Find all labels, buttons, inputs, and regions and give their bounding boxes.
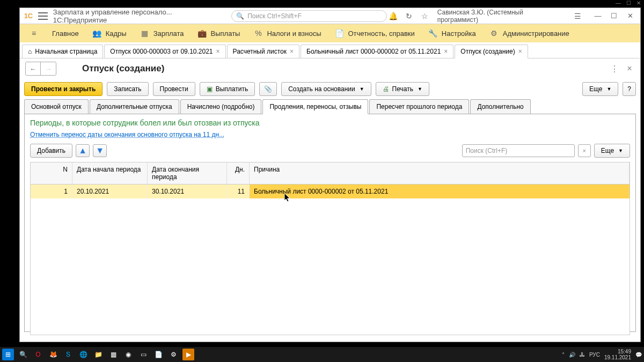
tab-content: Периоды, в которые сотрудник болел или б… — [24, 114, 636, 332]
more-button[interactable]: Еще▼ — [582, 82, 618, 96]
add-button[interactable]: Добавить — [30, 144, 72, 158]
cancel-transfer-link[interactable]: Отменить перенос даты окончания основног… — [30, 131, 224, 138]
forward-button[interactable]: → — [41, 62, 56, 75]
tab-vacation-1[interactable]: Отпуск 0000-000003 от 09.10.2021× — [104, 45, 225, 58]
nav-salary[interactable]: ▦Зарплата — [134, 24, 191, 42]
tab-main-vacation[interactable]: Основной отпуск — [24, 99, 89, 114]
user-label[interactable]: Савинская З.Ю. (Системный программист) — [435, 9, 567, 24]
clear-search-button[interactable]: × — [578, 144, 591, 157]
nav-taxes[interactable]: %Налоги и взносы — [247, 24, 327, 42]
close-page-icon[interactable]: × — [624, 63, 635, 74]
app-icon[interactable]: ▭ — [137, 349, 149, 360]
sound-icon[interactable]: 🔊 — [569, 352, 575, 358]
tab-sickleave[interactable]: Больничный лист 0000-000002 от 05.11.202… — [301, 45, 453, 58]
tab-extensions[interactable]: Продления, переносы, отзывы — [262, 99, 368, 114]
search-taskbar-icon[interactable]: 🔍 — [17, 349, 29, 360]
table-row[interactable]: 1 20.10.2021 30.10.2021 11 Больничный ли… — [31, 184, 630, 198]
lang-indicator[interactable]: РУС — [589, 352, 600, 358]
os-maximize-icon[interactable]: ☐ — [626, 0, 631, 6]
tab-extra[interactable]: Дополнительно — [470, 99, 530, 114]
network-icon[interactable]: 🖧 — [580, 352, 585, 358]
app-icon[interactable]: ▶ — [182, 349, 194, 360]
app-icon[interactable]: ▦ — [107, 349, 119, 360]
table-search-input[interactable]: Поиск (Ctrl+F) — [462, 144, 575, 157]
tab-vacation-create[interactable]: Отпуск (создание)× — [455, 45, 528, 58]
close-icon[interactable]: × — [444, 48, 448, 55]
main-nav: ≡ Главное 👥Кадры ▦Зарплата 💼Выплаты %Нал… — [20, 24, 640, 42]
move-up-button[interactable]: ▲ — [76, 144, 90, 157]
print-button[interactable]: 🖨Печать▼ — [376, 82, 429, 96]
attach-button[interactable]: 📎 — [259, 82, 277, 96]
back-button[interactable]: ← — [26, 62, 41, 75]
app-logo-icon: 1C — [22, 10, 35, 23]
skype-icon[interactable]: S — [62, 349, 74, 360]
more-menu-icon[interactable]: ⋮ — [609, 63, 620, 74]
close-icon[interactable]: × — [290, 48, 294, 55]
tray-up-icon[interactable]: ˄ — [562, 352, 565, 358]
nav-hr[interactable]: 👥Кадры — [86, 24, 133, 42]
opera-icon[interactable]: O — [32, 349, 44, 360]
create-based-button[interactable]: Создать на основании▼ — [281, 82, 371, 96]
periods-table: N Дата начала периода Дата окончания пер… — [30, 162, 630, 335]
notifications-icon[interactable]: 💬 — [635, 352, 642, 358]
bell-icon[interactable]: 🔔 — [387, 10, 399, 22]
taskbar: ⊞ 🔍 O 🦊 S 🌐 📁 ▦ ◉ ▭ 📄 ⚙ ▶ ˄ 🔊 🖧 РУС 15:4… — [0, 347, 644, 362]
menu-icon[interactable] — [38, 12, 48, 20]
page-title: Отпуск (создание) — [82, 63, 164, 74]
firefox-icon[interactable]: 🦊 — [47, 349, 59, 360]
close-icon[interactable]: × — [518, 48, 522, 55]
nav-main[interactable]: Главное — [46, 24, 85, 42]
close-icon[interactable]: × — [216, 48, 220, 55]
search-icon: 🔍 — [236, 12, 244, 20]
tab-payslip[interactable]: Расчетный листок× — [227, 45, 299, 58]
save-button[interactable]: Записать — [107, 82, 148, 96]
page-header: ← → Отпуск (создание) ⋮ × — [20, 58, 640, 79]
nav-admin[interactable]: ⚙Администрирование — [484, 24, 576, 42]
chrome-icon[interactable]: 🌐 — [77, 349, 89, 360]
nav-hamburger[interactable]: ≡ — [23, 24, 45, 42]
history-icon[interactable]: ↻ — [403, 10, 415, 22]
nav-payments[interactable]: 💼Выплаты — [192, 24, 247, 42]
section-title: Периоды, в которые сотрудник болел или б… — [30, 119, 630, 127]
nav-reports[interactable]: 📄Отчетность, справки — [329, 24, 421, 42]
app-icon[interactable]: ⚙ — [167, 349, 179, 360]
table-more-button[interactable]: Еще▼ — [594, 144, 630, 158]
app-window: 1C Зарплата и управление персонало... 1С… — [19, 8, 641, 342]
table-header: N Дата начала периода Дата окончания пер… — [31, 162, 630, 184]
post-close-button[interactable]: Провести и закрыть — [24, 82, 103, 96]
post-button[interactable]: Провести — [153, 82, 195, 96]
star-icon[interactable]: ☆ — [419, 10, 431, 22]
app-icon[interactable]: 📄 — [152, 349, 164, 360]
minimize-button[interactable]: — — [590, 10, 606, 22]
move-down-button[interactable]: ▼ — [93, 144, 107, 157]
maximize-button[interactable]: ☐ — [606, 10, 622, 22]
app-title: Зарплата и управление персонало... 1С:Пр… — [53, 8, 227, 24]
start-button[interactable]: ⊞ — [2, 349, 14, 360]
close-button[interactable]: ✕ — [622, 10, 638, 22]
help-button[interactable]: ? — [623, 82, 636, 96]
settings-icon[interactable]: ☰ — [572, 10, 583, 22]
nav-settings[interactable]: 🔧Настройка — [422, 24, 482, 42]
reason-cell[interactable]: Больничный лист 0000-000002 от 05.11.202… — [250, 184, 630, 198]
home-icon: ⌂ — [28, 48, 32, 55]
tab-home[interactable]: ⌂Начальная страница — [22, 45, 103, 58]
tab-additional[interactable]: Дополнительные отпуска — [90, 99, 179, 114]
app-icon[interactable]: ◉ — [122, 349, 134, 360]
os-minimize-icon[interactable]: — — [616, 0, 621, 6]
pay-button[interactable]: ▣Выплатить — [200, 82, 255, 96]
titlebar: 1C Зарплата и управление персонало... 1С… — [20, 8, 640, 24]
os-close-icon[interactable]: ✕ — [636, 0, 641, 6]
tabstrip: ⌂Начальная страница Отпуск 0000-000003 о… — [20, 42, 640, 58]
explorer-icon[interactable]: 📁 — [92, 349, 104, 360]
command-bar: Провести и закрыть Записать Провести ▣Вы… — [20, 79, 640, 99]
inner-tabs: Основной отпуск Дополнительные отпуска Н… — [24, 99, 636, 114]
tab-recalc[interactable]: Пересчет прошлого периода — [369, 99, 469, 114]
tab-accrued[interactable]: Начислено (подробно) — [180, 99, 262, 114]
global-search-input[interactable]: 🔍 Поиск Ctrl+Shift+F — [231, 10, 387, 22]
nav-arrows: ← → — [25, 62, 56, 76]
clock[interactable]: 15:49 19.11.2021 — [604, 349, 631, 360]
